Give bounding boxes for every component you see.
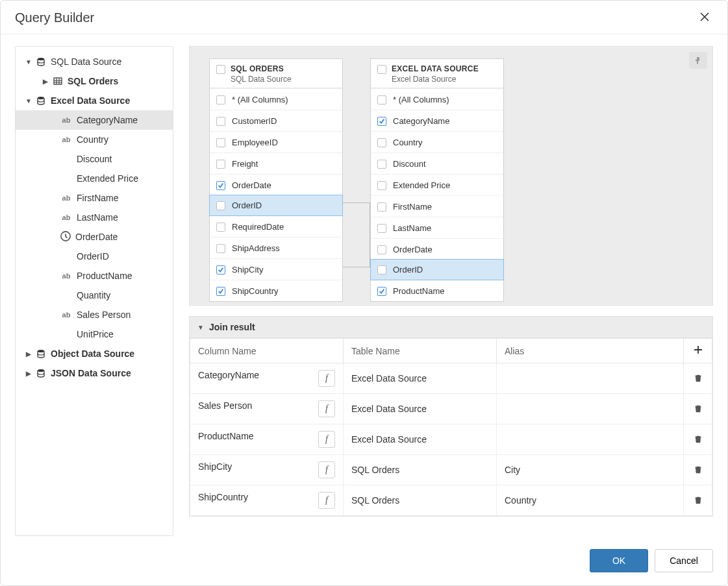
column-name: OrderDate <box>393 245 433 254</box>
column-row[interactable]: ProductName <box>371 280 503 301</box>
checkbox[interactable] <box>216 65 225 74</box>
checkbox[interactable] <box>377 160 386 169</box>
result-alias[interactable] <box>497 363 684 394</box>
tree-node[interactable]: abProductName <box>16 266 173 286</box>
checkbox[interactable] <box>216 244 225 253</box>
expression-button[interactable]: f <box>318 400 335 417</box>
delete-row-button[interactable] <box>692 495 704 504</box>
column-row[interactable]: ShipAddress <box>210 237 342 258</box>
checkbox[interactable] <box>216 117 225 126</box>
tree-node-label: Quantity <box>77 290 110 300</box>
checkbox[interactable] <box>377 117 386 126</box>
column-row[interactable]: FirstName <box>371 195 503 217</box>
delete-row-button[interactable] <box>692 373 704 382</box>
column-row[interactable]: OrderID <box>209 195 343 216</box>
tree-node[interactable]: ▼SQL Data Source <box>16 52 173 71</box>
diagram-canvas[interactable]: SQL ORDERSSQL Data Source* (All Columns)… <box>189 46 713 306</box>
cancel-button[interactable]: Cancel <box>655 549 713 572</box>
checkbox[interactable] <box>377 181 386 190</box>
tree-node[interactable]: ▶SQL Orders <box>16 71 173 91</box>
tree-node[interactable]: OrderID <box>16 247 173 266</box>
tree-node[interactable]: OrderDate <box>16 227 173 247</box>
column-row[interactable]: CustomerID <box>210 110 342 131</box>
column-row[interactable]: RequiredDate <box>210 215 342 237</box>
table-box[interactable]: EXCEL DATA SOURCEExcel Data Source* (All… <box>370 58 504 302</box>
checkbox[interactable] <box>377 224 386 233</box>
column-row[interactable]: OrderID <box>370 259 504 280</box>
pin-button[interactable] <box>689 52 707 69</box>
tree-node[interactable]: ▶Object Data Source <box>16 344 173 363</box>
checkbox[interactable] <box>377 65 386 74</box>
close-button[interactable] <box>696 8 713 27</box>
col-header-column[interactable]: Column Name <box>190 339 344 363</box>
column-row[interactable]: * (All Columns) <box>371 88 503 110</box>
expression-button[interactable]: f <box>318 370 335 387</box>
delete-row-button[interactable] <box>692 465 704 474</box>
checkbox[interactable] <box>216 95 225 104</box>
tree-node[interactable]: UnitPrice <box>16 324 173 344</box>
col-header-table[interactable]: Table Name <box>344 339 497 363</box>
checkbox[interactable] <box>216 160 225 169</box>
column-row[interactable]: ShipCountry <box>210 280 342 301</box>
result-column-name: CategoryName <box>198 370 259 380</box>
checkbox[interactable] <box>377 95 386 104</box>
table-box[interactable]: SQL ORDERSSQL Data Source* (All Columns)… <box>209 58 343 302</box>
ok-button[interactable]: OK <box>590 549 648 572</box>
delete-row-button[interactable] <box>692 434 704 443</box>
column-row[interactable]: LastName <box>371 217 503 238</box>
col-header-alias[interactable]: Alias <box>497 339 684 363</box>
join-result-header[interactable]: ▼ Join result <box>190 317 712 338</box>
expression-button[interactable]: f <box>318 492 335 509</box>
column-name: OrderID <box>232 201 262 210</box>
column-name: CategoryName <box>393 116 449 126</box>
tree-node[interactable]: Quantity <box>16 286 173 305</box>
column-row[interactable]: * (All Columns) <box>210 88 342 110</box>
tree-node[interactable]: ▶JSON Data Source <box>16 363 173 383</box>
tree-node[interactable]: ▼Excel Data Source <box>16 91 173 110</box>
checkbox[interactable] <box>377 245 386 254</box>
tree-node[interactable]: Discount <box>16 149 173 169</box>
expression-button[interactable]: f <box>318 461 335 478</box>
result-alias[interactable] <box>497 394 684 424</box>
column-name: Country <box>393 138 423 147</box>
tree-node-label: Excel Data Source <box>51 95 130 106</box>
database-icon <box>35 96 47 105</box>
expression-button[interactable]: f <box>318 431 335 448</box>
column-row[interactable]: OrderDate <box>210 174 342 195</box>
checkbox[interactable] <box>377 202 386 212</box>
column-row[interactable]: Freight <box>210 153 342 174</box>
column-row[interactable]: OrderDate <box>371 238 503 260</box>
checkbox[interactable] <box>216 138 225 147</box>
checkbox[interactable] <box>377 138 386 147</box>
checkbox[interactable] <box>377 287 386 296</box>
column-row[interactable]: Discount <box>371 153 503 174</box>
result-alias[interactable]: Country <box>497 485 684 516</box>
column-name: ProductName <box>393 286 444 296</box>
delete-row-button[interactable] <box>692 404 704 413</box>
caret-down-icon: ▼ <box>25 97 32 104</box>
result-alias[interactable]: City <box>497 455 684 485</box>
column-row[interactable]: EmployeeID <box>210 131 342 153</box>
checkbox[interactable] <box>216 265 225 275</box>
checkbox[interactable] <box>216 181 225 190</box>
tree-node[interactable]: abCountry <box>16 130 173 149</box>
column-name: FirstName <box>393 202 432 212</box>
column-row[interactable]: ShipCity <box>210 258 342 280</box>
column-row[interactable]: Country <box>371 131 503 153</box>
checkbox[interactable] <box>377 265 386 275</box>
tree-node[interactable]: abSales Person <box>16 305 173 324</box>
result-alias[interactable] <box>497 424 684 455</box>
checkbox[interactable] <box>216 287 225 296</box>
tree-node[interactable]: abFirstName <box>16 188 173 208</box>
checkbox[interactable] <box>216 201 225 210</box>
tree-node[interactable]: abCategoryName <box>16 110 173 130</box>
column-name: * (All Columns) <box>232 95 288 104</box>
column-row[interactable]: Extended Price <box>371 174 503 195</box>
tree-node[interactable]: abLastName <box>16 208 173 227</box>
add-row-button[interactable] <box>692 345 704 354</box>
column-row[interactable]: CategoryName <box>371 110 503 131</box>
checkbox[interactable] <box>216 223 225 232</box>
datasource-tree[interactable]: ▼SQL Data Source▶SQL Orders▼Excel Data S… <box>15 46 173 536</box>
query-builder-dialog: Query Builder ▼SQL Data Source▶SQL Order… <box>0 0 728 586</box>
tree-node[interactable]: Extended Price <box>16 169 173 188</box>
